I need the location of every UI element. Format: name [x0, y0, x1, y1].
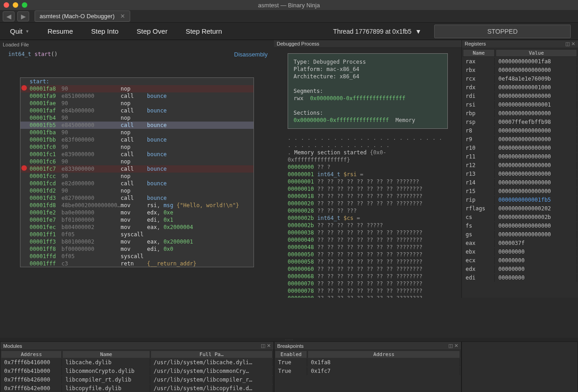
- register-row[interactable]: r120000000000000000: [463, 162, 577, 169]
- register-row[interactable]: fs0000000000000000: [463, 222, 577, 230]
- code-line[interactable]: 00001fc7 e833000000 call bounce: [20, 165, 254, 173]
- register-row[interactable]: r140000000000000000: [463, 179, 577, 187]
- nav-forward-button[interactable]: ▶: [17, 11, 29, 21]
- register-row[interactable]: rdi0000000000000000: [463, 92, 577, 100]
- register-row[interactable]: r150000000000000000: [463, 188, 577, 195]
- module-row[interactable]: 0x7fff6b416000libcache.dylib/usr/lib/sys…: [1, 359, 273, 367]
- register-row[interactable]: ecx00000000: [463, 257, 577, 265]
- code-line[interactable]: 00001fb4 90 nop: [20, 114, 254, 122]
- register-row[interactable]: eax0000037f: [463, 239, 577, 247]
- breakpoint-icon[interactable]: [21, 165, 27, 171]
- register-row[interactable]: rbx0000000000000000: [463, 66, 577, 74]
- pane-controls-icon[interactable]: ◫ ✕: [448, 343, 458, 349]
- code-line[interactable]: 00001fcd e82d000000 call bounce: [20, 180, 254, 187]
- breakpoint-row[interactable]: True0x1fa8: [275, 359, 460, 367]
- module-row[interactable]: 0x7fff6b41b000libcommonCrypto.dylib/usr/…: [1, 367, 273, 375]
- breakpoint-row[interactable]: True0x1fc7: [275, 367, 460, 375]
- code-line[interactable]: 00001fc6 90 nop: [20, 158, 254, 165]
- memory-line[interactable]: 00000060 ?? ?? ?? ?? ?? ?? ?? ?? ???????…: [288, 265, 448, 273]
- step-over-button[interactable]: Step Over: [134, 25, 170, 37]
- memory-line[interactable]: 00000020 ?? ?? ?? ?? ?? ?? ?? ?? ???????…: [288, 200, 448, 207]
- nav-back-button[interactable]: ◀: [3, 11, 15, 21]
- code-line[interactable]: 00001ff3 b801000002 mov eax, 0x2000001: [20, 238, 254, 245]
- code-line[interactable]: 00001fd2 90 nop: [20, 187, 254, 194]
- memory-line[interactable]: 00000048 ?? ?? ?? ?? ?? ?? ?? ?? ???????…: [288, 244, 448, 251]
- register-row[interactable]: rsi0000000000000001: [463, 101, 577, 109]
- memory-line[interactable]: 00000050 ?? ?? ?? ?? ?? ?? ?? ?? ???????…: [288, 251, 448, 258]
- register-row[interactable]: r130000000000000000: [463, 170, 577, 178]
- pane-controls-icon[interactable]: ◫ ✕: [261, 343, 271, 349]
- register-row[interactable]: rcx0ef48a1e1e76009b: [463, 75, 577, 83]
- register-row[interactable]: rip0000000000001fb5: [463, 196, 577, 204]
- code-listing[interactable]: start: 00001fa8 90 nop 00001fa9 e8510000…: [20, 77, 254, 267]
- thread-selector[interactable]: Thread 17767899 at 0x1fb5▼: [333, 28, 421, 35]
- memory-line[interactable]: 00000068 ?? ?? ?? ?? ?? ?? ?? ?? ???????…: [288, 273, 448, 280]
- step-return-button[interactable]: Step Return: [183, 25, 225, 37]
- code-line[interactable]: 00001fcc 90 nop: [20, 173, 254, 180]
- breakpoints-table[interactable]: EnabledAddressTrue0x1fa8True0x1fc7: [274, 350, 461, 376]
- memory-line[interactable]: 00000018 ?? ?? ?? ?? ?? ?? ?? ?? ???????…: [288, 193, 448, 200]
- module-row[interactable]: 0x7fff6b426000libcompiler_rt.dylib/usr/l…: [1, 376, 273, 384]
- code-line[interactable]: 00001fc1 e839000000 call bounce: [20, 151, 254, 158]
- view-mode-toggle[interactable]: Disassembly: [234, 51, 268, 58]
- code-line[interactable]: 00001fe7 bf01000000 mov edi, 0x1: [20, 216, 254, 224]
- registers-pane: Registers ◫ ✕ NameValuerax0000000000001f…: [461, 40, 578, 298]
- module-row[interactable]: 0x7fff6b42e000libcopyfile.dylib/usr/lib/…: [1, 385, 273, 392]
- code-line[interactable]: 00001ff8 bf00000000 mov edi, 0x0: [20, 245, 254, 253]
- file-tab[interactable]: asmtest (Mach-O Debugger) ✕: [35, 10, 130, 22]
- quit-button[interactable]: Quit▼: [7, 25, 32, 37]
- code-line[interactable]: 00001fff c3 retn {__return_addr}: [20, 260, 254, 267]
- memory-line[interactable]: 00000070 ?? ?? ?? ?? ?? ?? ?? ?? ???????…: [288, 280, 448, 287]
- step-into-button[interactable]: Step Into: [88, 25, 121, 37]
- register-row[interactable]: r100000000000000000: [463, 144, 577, 152]
- modules-table[interactable]: AddressNameFull Pa…0x7fff6b416000libcach…: [0, 350, 274, 392]
- memory-line[interactable]: 00000080 ?? ?? ?? ?? ?? ?? ?? ?? ???????…: [288, 295, 448, 298]
- pane-title: Breakpoints: [277, 343, 304, 349]
- register-row[interactable]: rax0000000000001fa8: [463, 58, 577, 66]
- code-line[interactable]: 00001fba 90 nop: [20, 129, 254, 136]
- register-row[interactable]: r110000000000000000: [463, 153, 577, 161]
- code-line[interactable]: 00001fe2 ba0e000000 mov edx, 0xe: [20, 209, 254, 216]
- breakpoint-icon[interactable]: [21, 85, 27, 91]
- code-line[interactable]: 00001fb5 e845000000 call bounce: [20, 122, 254, 129]
- memory-line[interactable]: 00000001 int64_t $rsi =: [288, 171, 448, 178]
- memory-line[interactable]: 0000002b int64_t $cs =: [288, 214, 448, 222]
- memory-line[interactable]: 00000000 ?? ?: [288, 163, 448, 171]
- pane-controls-icon[interactable]: ◫ ✕: [565, 41, 575, 47]
- code-line[interactable]: 00001faf e84b000000 call bounce: [20, 107, 254, 114]
- code-line[interactable]: 00001ffd 0f05 syscall: [20, 253, 254, 260]
- code-line[interactable]: 00001fd8 48be0002000000000… mov rsi, msg…: [20, 202, 254, 209]
- resume-button[interactable]: Resume: [45, 25, 76, 37]
- code-line[interactable]: 00001fbb e83f000000 call bounce: [20, 136, 254, 143]
- code-line[interactable]: 00001fc0 90 nop: [20, 143, 254, 151]
- register-row[interactable]: ebx00000000: [463, 248, 577, 256]
- code-line[interactable]: 00001fae 90 nop: [20, 100, 254, 107]
- memory-line[interactable]: 00000078 ?? ?? ?? ?? ?? ?? ?? ?? ???????…: [288, 287, 448, 295]
- memory-line[interactable]: 00000058 ?? ?? ?? ?? ?? ?? ?? ?? ???????…: [288, 258, 448, 265]
- memory-line[interactable]: 00000010 ?? ?? ?? ?? ?? ?? ?? ?? ???????…: [288, 185, 448, 193]
- register-row[interactable]: rdx0000000000001000: [463, 84, 577, 92]
- code-line[interactable]: 00001fec b804000002 mov eax, 0x2000004: [20, 224, 254, 231]
- memory-line[interactable]: 0000002b ?? ?? ?? ?? ?? ?????: [288, 222, 448, 229]
- memory-line[interactable]: 00000001 ?? ?? ?? ?? ?? ?? ?? ?? ???????: [288, 178, 448, 185]
- register-row[interactable]: rbp0000000000000000: [463, 110, 577, 117]
- code-line[interactable]: 00001ff1 0f05 syscall: [20, 231, 254, 238]
- register-row[interactable]: edi00000000: [463, 274, 577, 282]
- register-row[interactable]: r80000000000000000: [463, 127, 577, 135]
- memory-dump[interactable]: . . . . . . . . . . . . . . . . . . . . …: [288, 134, 448, 298]
- splitter-horizontal[interactable]: ⋯⋯: [0, 338, 578, 341]
- register-row[interactable]: rflags0000000000000202: [463, 205, 577, 213]
- code-line[interactable]: 00001fa8 90 nop: [20, 85, 254, 92]
- register-row[interactable]: gs0000000000000000: [463, 231, 577, 239]
- register-row[interactable]: rsp00007ffeefbffb98: [463, 118, 577, 126]
- register-row[interactable]: r90000000000000000: [463, 136, 577, 143]
- memory-line[interactable]: 00000040 ?? ?? ?? ?? ?? ?? ?? ?? ???????…: [288, 236, 448, 244]
- register-row[interactable]: edx00000000: [463, 265, 577, 273]
- code-line[interactable]: 00001fa9 e851000000 call bounce: [20, 92, 254, 100]
- memory-line[interactable]: 00000028 ?? ?? ?? ???: [288, 207, 448, 214]
- register-row[interactable]: cs000000000000002b: [463, 214, 577, 221]
- registers-table[interactable]: NameValuerax0000000000001fa8rbx000000000…: [462, 48, 578, 283]
- close-tab-icon[interactable]: ✕: [120, 13, 125, 20]
- memory-line[interactable]: 00000038 ?? ?? ?? ?? ?? ?? ?? ?? ???????…: [288, 229, 448, 236]
- code-line[interactable]: 00001fd3 e827000000 call bounce: [20, 194, 254, 202]
